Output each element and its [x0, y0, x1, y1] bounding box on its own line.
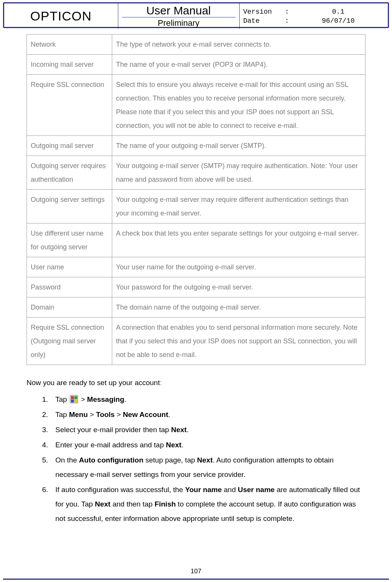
intro-paragraph: Now you are ready to set up your account…	[27, 376, 365, 390]
term-cell: Network	[27, 35, 112, 55]
step2-gt2: >	[114, 411, 123, 418]
step6-finish: Finish	[155, 500, 176, 508]
list-item: Enter your e-mail address and tap Next.	[50, 438, 365, 452]
table-row: Require SSL connection (Outgoing mail se…	[27, 318, 365, 365]
table-row: Domain The domain name of the outgoing e…	[27, 297, 365, 318]
step5-auto: Auto configuration	[79, 456, 143, 464]
intro-text: Now you are ready to set up your account	[27, 379, 160, 387]
definitions-table: Network The type of network your e-mail …	[27, 34, 365, 365]
desc-cell: Select this to ensure you always receive…	[112, 75, 365, 136]
brand-cell: OPTICON	[4, 3, 118, 29]
meta-date-row: Date : 96/07/10	[243, 16, 384, 25]
table-row: Incoming mail server The name of your e-…	[27, 55, 365, 75]
meta-cell: Version : 0.1 Date : 96/07/10	[239, 3, 388, 29]
term-cell: Password	[27, 277, 112, 297]
desc-cell: Your user name for the outgoing e-mail s…	[112, 257, 365, 277]
list-item: Tap > Messaging.	[50, 392, 365, 407]
step6-yourname: Your name	[185, 486, 222, 494]
step3-d: .	[187, 426, 188, 434]
version-colon: :	[285, 8, 293, 16]
term-cell: Use different user name for outgoing ser…	[27, 223, 112, 257]
version-label: Version	[243, 8, 285, 16]
table-row: Outgoing server settings Your outgoing e…	[27, 190, 365, 223]
meta-version-row: Version : 0.1	[243, 7, 384, 16]
step3-a: Select your e-mail provider then tap	[55, 426, 171, 434]
step1-a: Tap	[55, 395, 69, 403]
title-top: User Manual	[122, 3, 235, 17]
step2-tools: Tools	[96, 411, 114, 418]
step6-b: and	[222, 486, 238, 494]
step5-a: On the	[55, 456, 79, 464]
list-item: If auto configuration was successful, th…	[50, 483, 365, 526]
step6-next: Next	[95, 500, 110, 508]
table-row: Require SSL connection Select this to en…	[27, 75, 365, 136]
step4-d: .	[182, 441, 183, 449]
desc-cell: The name of your e-mail server (POP3 or …	[112, 55, 365, 75]
list-item: Select your e-mail provider then tap Nex…	[50, 423, 365, 437]
term-cell: Require SSL connection (Outgoing mail se…	[27, 318, 112, 365]
content-area: Network The type of network your e-mail …	[0, 0, 392, 526]
list-item: Tap Menu > Tools > New Account.	[50, 407, 365, 422]
term-cell: User name	[27, 257, 112, 277]
step4-next: Next	[166, 441, 182, 449]
version-value: 0.1	[293, 8, 384, 16]
step3-next: Next	[171, 426, 187, 434]
step6-username: User name	[238, 486, 274, 494]
term-cell: Outgoing mail server	[27, 136, 112, 156]
desc-cell: A connection that enables you to send pe…	[112, 318, 365, 365]
step6-a: If auto configuration was successful, th…	[55, 486, 185, 494]
step1-b: >	[79, 395, 87, 403]
table-row: User name Your user name for the outgoin…	[27, 257, 365, 277]
title-cell: User Manual Preliminary	[118, 3, 239, 29]
desc-cell: Your password for the outgoing e-mail se…	[112, 277, 365, 297]
term-cell: Outgoing server settings	[27, 190, 112, 223]
term-cell: Require SSL connection	[27, 75, 112, 136]
step2-d: .	[168, 411, 170, 418]
desc-cell: The type of network your e-mail server c…	[112, 35, 365, 55]
table-row: Password Your password for the outgoing …	[27, 277, 365, 297]
desc-cell: The name of your outgoing e-mail server …	[112, 136, 365, 156]
step1-messaging: Messaging	[87, 395, 124, 403]
term-cell: Domain	[27, 297, 112, 318]
start-icon	[70, 395, 78, 403]
header-table: OPTICON User Manual Preliminary Version …	[4, 3, 388, 29]
title-bot: Preliminary	[122, 17, 235, 29]
brand-text: OPTICON	[30, 9, 92, 23]
step4-a: Enter your e-mail address and tap	[55, 441, 166, 449]
table-row: Outgoing server requires authentication …	[27, 156, 365, 190]
term-cell: Outgoing server requires authentication	[27, 156, 112, 190]
desc-cell: The domain name of the outgoing e-mail s…	[112, 297, 365, 318]
desc-cell: Your outgoing e-mail server (SMTP) may r…	[112, 156, 365, 190]
desc-cell: Your outgoing e-mail server may require …	[112, 190, 365, 223]
list-item: On the Auto configuration setup page, ta…	[50, 453, 365, 482]
step1-d: .	[124, 395, 126, 403]
step2-gt1: >	[88, 411, 96, 418]
page-number: 107	[0, 568, 392, 575]
step2-new: New Account	[123, 411, 168, 418]
table-row: Use different user name for outgoing ser…	[27, 223, 365, 257]
steps-list: Tap > Messaging. Tap Menu > Tools > New …	[27, 392, 365, 526]
date-value: 96/07/10	[293, 17, 384, 25]
step5-b: setup page, tap	[143, 456, 197, 464]
step2-a: Tap	[55, 411, 69, 418]
bottom-rule	[3, 579, 389, 580]
intro-colon: :	[160, 379, 162, 387]
step2-menu: Menu	[69, 411, 88, 418]
step6-d: and then tap	[110, 500, 154, 508]
date-colon: :	[285, 17, 293, 25]
desc-cell: A check box that lets you enter separate…	[112, 223, 365, 257]
table-row: Network The type of network your e-mail …	[27, 35, 365, 55]
date-label: Date	[243, 17, 285, 25]
header-box: OPTICON User Manual Preliminary Version …	[3, 2, 389, 28]
term-cell: Incoming mail server	[27, 55, 112, 75]
step5-next: Next	[197, 456, 213, 464]
table-row: Outgoing mail server The name of your ou…	[27, 136, 365, 156]
